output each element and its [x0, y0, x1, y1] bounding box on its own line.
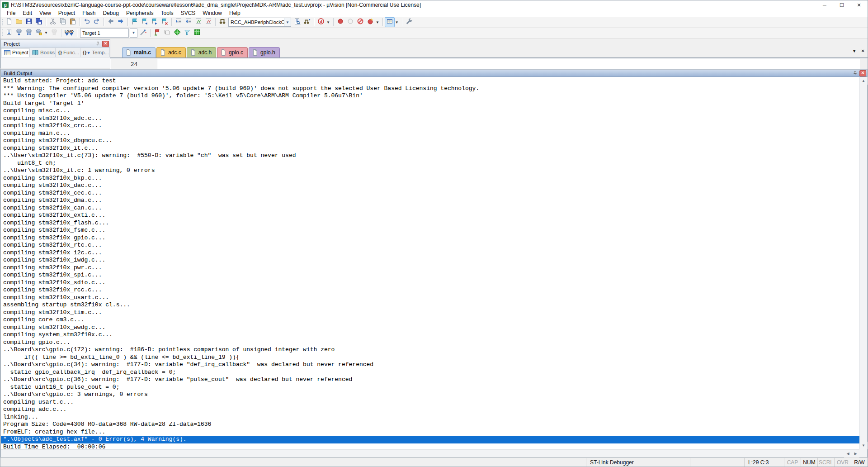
download-load-button[interactable]: LOAD [63, 28, 75, 38]
build-log-line[interactable]: Build Time Elapsed: 00:00:06 [1, 443, 859, 450]
dropdown-arrow-icon[interactable]: ▼ [375, 20, 381, 24]
menu-help[interactable]: Help [226, 10, 244, 16]
menu-svcs[interactable]: SVCS [177, 10, 199, 16]
bookmark-button[interactable] [130, 17, 140, 27]
build-log-line[interactable]: static gpio_callback_irq def_irq_callbac… [1, 369, 859, 376]
build-log-line[interactable]: ..\Board\src\gpio.c(36): warning: #177-D… [1, 376, 859, 384]
symbol-search-combo[interactable]: RCC_AHBPeriphClockCm▼ [228, 18, 291, 27]
editor-scrollbar-stub[interactable] [860, 59, 868, 69]
build-log-line[interactable]: uint8_t ch; [1, 160, 859, 167]
build-log-line[interactable]: compiling stm32f10x_crc.c... [1, 122, 859, 130]
build-log-line[interactable]: compiling stm32f10x_exti.c... [1, 212, 859, 219]
document-tab-adc-h[interactable]: adc.h [187, 47, 216, 57]
debug-button[interactable]: d [316, 17, 326, 27]
menu-window[interactable]: Window [199, 10, 226, 16]
build-log-line[interactable]: Build started: Project: adc_test [1, 77, 859, 85]
build-log-line[interactable]: compiling stm32f10x_fsmc.c... [1, 227, 859, 234]
panel-tab-temp[interactable]: {}▼Temp... [80, 48, 110, 57]
build-log-line[interactable]: compiling stm32f10x_dac.c... [1, 182, 859, 190]
project-panel-close-icon[interactable]: ✕ [102, 41, 109, 47]
options-wand-button[interactable] [138, 28, 148, 38]
copy-button[interactable] [58, 17, 68, 27]
stop-build-button[interactable] [49, 28, 59, 38]
tab-close-icon[interactable]: ✕ [861, 48, 865, 53]
scroll-up-icon[interactable]: ▲ [860, 77, 868, 85]
rebuild-button[interactable] [24, 28, 34, 38]
build-log-line[interactable]: compiling stm32f10x_iwdg.c... [1, 257, 859, 264]
find-next-button[interactable] [302, 17, 312, 27]
document-tab-adc-c[interactable]: adc.c [156, 47, 186, 57]
build-log-line[interactable]: compiling gpio.c... [1, 339, 859, 347]
build-log-line[interactable]: *** Using Compiler 'V5.06 update 7 (buil… [1, 92, 859, 100]
build-log-line[interactable]: compiling core_cm3.c... [1, 316, 859, 324]
build-log-line[interactable]: compiling stm32f10x_pwr.c... [1, 264, 859, 272]
build-log-line[interactable]: ..\Board\src\gpio.c(34): warning: #177-D… [1, 361, 859, 369]
editor-strip[interactable]: 24 [110, 57, 868, 69]
build-log-line[interactable]: FromELF: creating hex file... [1, 429, 859, 436]
build-log-line[interactable]: compiling system_stm32f10x.c... [1, 331, 859, 339]
dropdown-arrow-icon[interactable]: ▼ [395, 20, 400, 24]
build-log-line[interactable]: compiling stm32f10x_dbgmcu.c... [1, 137, 859, 145]
build-log-line[interactable]: compiling stm32f10x_gpio.c... [1, 234, 859, 242]
build-log-line[interactable]: compiling stm32f10x_bkp.c... [1, 175, 859, 182]
scroll-left-icon[interactable]: ◀ [844, 450, 852, 457]
panel-tab-func[interactable]: {}Func... [56, 48, 80, 57]
build-result-line[interactable]: ".\Objects\adc_test.axf" - 0 Error(s), 4… [1, 436, 859, 443]
build-log-line[interactable]: compiling stm32f10x_sdio.c... [1, 279, 859, 287]
find-in-files-button[interactable] [292, 17, 302, 27]
batch-build-button[interactable] [34, 28, 44, 38]
find-button[interactable] [217, 17, 227, 27]
uncomment-button[interactable] [203, 17, 213, 27]
build-log-line[interactable]: compiling stm32f10x_spi.c... [1, 272, 859, 279]
save-button[interactable] [24, 17, 34, 27]
panel-tab-books[interactable]: Books [29, 48, 56, 57]
build-log-line[interactable]: compiling stm32f10x_cec.c... [1, 190, 859, 197]
document-tab-gpio-h[interactable]: gpio.h [249, 47, 280, 57]
target-select-combo[interactable]: Target 1 [80, 29, 129, 38]
scroll-down-icon[interactable]: ▼ [860, 442, 868, 449]
build-log-line[interactable]: compiling stm32f10x_rcc.c... [1, 286, 859, 294]
build-button[interactable] [14, 28, 24, 38]
menu-file[interactable]: File [3, 10, 19, 16]
close-button[interactable]: ✕ [850, 0, 868, 10]
breakpoint-disable-button[interactable] [345, 17, 355, 27]
undo-button[interactable] [82, 17, 92, 27]
pin-icon[interactable] [94, 41, 101, 47]
comment-button[interactable] [193, 17, 203, 27]
new-file-button[interactable] [4, 17, 14, 27]
document-tab-main-c[interactable]: main.c [122, 47, 156, 57]
debug-windows-button[interactable] [385, 17, 395, 27]
bookmark-prev-button[interactable] [140, 17, 150, 27]
build-log-line[interactable]: Build target 'Target 1' [1, 100, 859, 108]
build-log-line[interactable]: *** Warning: The configured compiler ver… [1, 85, 859, 93]
build-log-line[interactable]: compiling stm32f10x_flash.c... [1, 219, 859, 227]
scroll-right-icon[interactable]: ▶ [852, 450, 859, 457]
build-output-vertical-scrollbar[interactable]: ▲ ▼ [859, 77, 867, 449]
menu-flash[interactable]: Flash [79, 10, 99, 16]
build-output-horizontal-scrollbar[interactable]: ◀ ▶ [1, 449, 859, 457]
build-output-pin-icon[interactable] [852, 70, 859, 76]
menu-peripherals[interactable]: Peripherals [123, 10, 157, 16]
outdent-button[interactable] [184, 17, 193, 27]
translate-button[interactable] [4, 28, 14, 38]
build-log-line[interactable]: ..\Board\src\gpio.c(172): warning: #186-… [1, 346, 859, 354]
build-log-line[interactable]: compiling stm32f10x_wwdg.c... [1, 324, 859, 332]
build-log-line[interactable]: linking... [1, 414, 859, 421]
build-log-line[interactable]: compiling stm32f10x_rtc.c... [1, 242, 859, 249]
redo-button[interactable] [92, 17, 102, 27]
build-log-line[interactable]: compiling adc.c... [1, 406, 859, 414]
build-log-line[interactable]: assembling startup_stm32f10x_cl.s... [1, 301, 859, 309]
dropdown-arrow-icon[interactable]: ▼ [326, 20, 331, 24]
menu-debug[interactable]: Debug [99, 10, 123, 16]
breakpoint-button[interactable] [335, 17, 345, 27]
bookmark-next-button[interactable] [150, 17, 160, 27]
save-all-button[interactable] [34, 17, 44, 27]
build-log-line[interactable]: ..\User\stm32f10x_it.c(73): warning: #55… [1, 152, 859, 160]
tab-list-dropdown-icon[interactable]: ▼ [852, 48, 857, 53]
document-tab-gpio-c[interactable]: gpio.c [217, 47, 248, 57]
target-combo-dropdown-icon[interactable]: ▼ [130, 29, 137, 38]
build-log-line[interactable]: static uint16_t pulse_cout = 0; [1, 384, 859, 391]
menu-edit[interactable]: Edit [19, 10, 36, 16]
build-log-line[interactable]: compiling stm32f10x_dma.c... [1, 197, 859, 205]
nav-back-button[interactable] [106, 17, 116, 27]
